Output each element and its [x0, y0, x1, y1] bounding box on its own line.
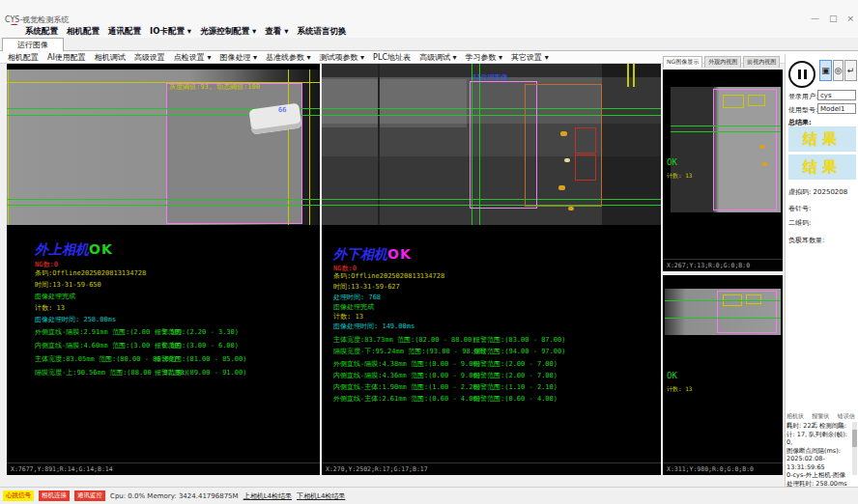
menu-light-config[interactable]: 光源控制配置 ▾: [200, 26, 256, 38]
edge-line-yellow: [627, 64, 629, 87]
dark-zone: [602, 64, 661, 225]
camera-name: 外上相机: [35, 241, 89, 257]
measure-line-green: [7, 199, 320, 200]
menu-view[interactable]: 查看 ▾: [265, 26, 288, 38]
measurement-row: 内侧直线-主体:1.90mm 范围:(1.00 - 2.20): [333, 383, 481, 391]
scrollbar-thumb[interactable]: [852, 430, 857, 447]
bright-fleck: [558, 185, 565, 190]
thumb-lower-pixel-readout: X:311;Y:980;R:0;G:0;B:0: [663, 462, 783, 475]
thumbnail-upper[interactable]: OK 计数: 13: [663, 70, 783, 259]
model-input[interactable]: Model1: [817, 103, 856, 114]
measurement-row: 隔膜宽度-下:95.24mm 范围:(93.00 - 98.00): [333, 348, 487, 355]
pause-icon: [798, 70, 801, 79]
tool-test-params[interactable]: 测试项参数 ▾: [320, 52, 365, 63]
model-label: 使用型号:: [788, 105, 817, 115]
mid-time-text: 处理时间: 768: [333, 294, 381, 301]
tool-advanced-settings[interactable]: 高级设置: [134, 52, 165, 63]
measurement-row: 外侧直线-主体:2.61mm 范围:(0.60 - 4.00): [333, 395, 481, 403]
pixel-coords: X:270,Y:2502;R:17;G:17;B:17: [326, 465, 428, 473]
image-view-button[interactable]: ▣: [819, 60, 832, 81]
upper-camera-view[interactable]: 灰度阈值:93, 动态阈值:100 66 外上相机OK NG数:0 条码:Off…: [7, 64, 320, 462]
alarm-range: 报警范围:(2.00 - 7.00): [473, 372, 558, 379]
thumbnail-lower[interactable]: OK 计数: 13: [663, 275, 783, 462]
tool-ai-config[interactable]: AI使用配置: [47, 52, 86, 63]
tab-ng-image[interactable]: NG图像显示: [663, 56, 702, 68]
tab-run-image[interactable]: 运行图像: [2, 38, 64, 51]
bright-fleck: [761, 162, 767, 166]
roi-rect-red: [575, 154, 596, 181]
process-time-text: 图像处理时间: 258.00ms: [35, 316, 116, 323]
edge-line-yellow: [309, 70, 310, 225]
close-icon[interactable]: ×: [846, 14, 854, 23]
tab-outer-view[interactable]: 外观内视图: [704, 56, 741, 68]
return-arrow-icon: ↵: [847, 66, 855, 75]
menu-language[interactable]: 系统语言切换: [298, 26, 347, 38]
tool-spot-check[interactable]: 点检设置 ▾: [174, 52, 212, 63]
target-view-button[interactable]: ◎: [833, 60, 844, 81]
measurement-row: 主体宽度:83.73mm 范围:(82.00 - 88.00): [333, 336, 475, 344]
lower-camera-result-link[interactable]: 下相机L4检结果: [297, 491, 345, 501]
bright-fleck: [568, 207, 574, 210]
tool-learn-params[interactable]: 学习参数 ▾: [466, 52, 503, 63]
virtual-code-value: 20250208: [814, 188, 848, 196]
tool-advanced-debug[interactable]: 高级调试 ▾: [419, 52, 457, 63]
measure-line-green: [7, 205, 320, 206]
upper-camera-result-link[interactable]: 上相机L4检结果: [243, 491, 292, 501]
menu-system-config[interactable]: 系统配置: [25, 26, 58, 38]
result-display-lower: 结果: [788, 154, 856, 180]
menu-comm-config[interactable]: 通讯配置: [108, 26, 141, 38]
menu-io-config[interactable]: IO卡配置 ▾: [150, 26, 191, 38]
tool-baseline-params[interactable]: 基准线参数 ▾: [266, 52, 311, 63]
upper-camera-result-title: 外上相机OK: [35, 242, 113, 257]
tab-strip: [0, 38, 858, 51]
tool-other-settings[interactable]: 其它设置 ▾: [511, 52, 549, 63]
status-bar: 心跳信号 相机连接 通讯监控 Cpu: 0.0% Memory: 3424.41…: [0, 487, 858, 504]
bright-fleck: [560, 131, 567, 136]
maximize-icon[interactable]: □: [829, 14, 838, 23]
alarm-range: 报警范围:(81.00 - 85.00): [155, 355, 246, 363]
tab-front-view[interactable]: 前视内视图: [743, 56, 780, 68]
lower-camera-view[interactable]: AI处理图像 外下相机OK NG数:0 条码:Offline2025020813…: [322, 64, 661, 462]
alarm-range: 报警范围:(94.00 - 97.00): [473, 348, 565, 355]
ai-process-label: AI处理图像: [472, 73, 507, 81]
tool-camera-config[interactable]: 相机配置: [8, 52, 39, 63]
tool-image-process[interactable]: 图像处理 ▾: [219, 52, 257, 63]
window-controls: — □ ×: [811, 14, 854, 23]
sidebar-scrollbar[interactable]: [852, 422, 857, 475]
target-icon: ◎: [835, 66, 843, 75]
ng-count: NG数:0: [333, 265, 357, 272]
pixel-coords: X:267;Y:13;R:0;G:0;B:0: [667, 262, 750, 269]
alarm-range: 报警范围:(1.10 - 2.10): [473, 383, 558, 391]
baseline-yellow: [7, 82, 320, 83]
time-text: 时间:13-31-59-627: [333, 283, 400, 291]
return-button[interactable]: ↵: [844, 60, 857, 81]
measure-line-green: [665, 318, 781, 319]
barcode-text: 条码:Offline2025020813134728: [333, 272, 444, 280]
cpu-memory-text: Cpu: 0.0% Memory: 3424.41796875M: [110, 492, 239, 500]
status-ok: OK: [89, 241, 113, 257]
login-user-input[interactable]: cys: [817, 90, 856, 100]
qr-code-label: 二维码:: [788, 218, 811, 228]
status-ok: OK: [387, 246, 412, 262]
process-time-text: 图像处理时间: 149.00ms: [333, 322, 415, 330]
threshold-label: 灰度阈值:93, 动态阈值:100: [169, 83, 260, 91]
camera-link-badge: 相机连接: [39, 490, 70, 501]
comm-monitor-badge: 通讯监控: [74, 490, 105, 501]
edge-line-yellow: [8, 70, 9, 225]
thumbnail-tabs: NG图像显示 外观内视图 前视内视图: [663, 54, 785, 68]
upper-camera-pixel-readout: X:7677,Y:891;R:14;G:14;B:14: [7, 462, 320, 475]
pause-button[interactable]: [788, 61, 815, 88]
barcode-text: 条码:Offline2025020813134728: [35, 269, 146, 277]
minimize-icon[interactable]: —: [811, 14, 819, 23]
login-user-label: 登录用户:: [788, 92, 817, 101]
sidebar-log-text: 耗时: 222, 检测间隔: 计: 17, 队列剩余(帧): 0, 图像断点间隔…: [786, 422, 850, 488]
thumb-status: OK: [667, 158, 677, 166]
menu-camera-config[interactable]: 相机配置: [67, 26, 100, 38]
lower-camera-pixel-readout: X:270,Y:2502;R:17;G:17;B:17: [322, 462, 661, 475]
measurement-row: 外侧直线-隔膜:4.38mm 范围:(0.00 - 9.00): [333, 360, 481, 368]
tool-camera-debug[interactable]: 相机调试: [95, 52, 126, 63]
tool-plc-table[interactable]: PLC地址表: [373, 52, 411, 63]
bright-fleck: [564, 158, 570, 162]
machine-seam: [378, 64, 380, 225]
roi-rect-red: [575, 127, 596, 154]
